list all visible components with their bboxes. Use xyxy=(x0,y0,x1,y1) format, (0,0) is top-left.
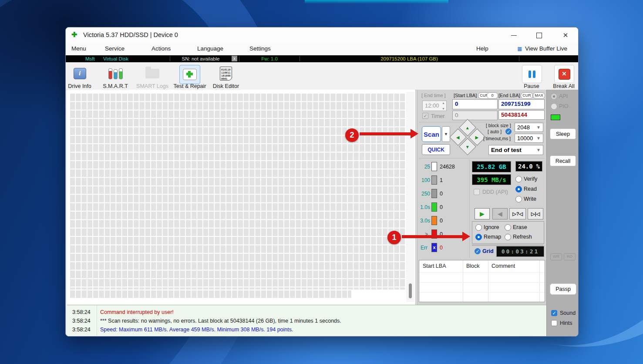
table-column-divider xyxy=(488,260,488,302)
end-of-test-select[interactable]: End of test▼ xyxy=(488,145,543,155)
counter-err-swatch: x xyxy=(431,243,437,252)
erase-label: Erase xyxy=(513,224,527,230)
disk-editor-button[interactable]: 010110 110011 101000 0001 xyxy=(216,65,236,82)
passp-button[interactable]: Passp xyxy=(550,283,576,295)
defect-table[interactable]: Start LBA Block Comment xyxy=(419,260,545,302)
counter-3s-count: 0 xyxy=(440,218,443,224)
step-back-button[interactable]: ◀ xyxy=(492,208,508,219)
table-header-block[interactable]: Block xyxy=(466,263,480,269)
annotation-arrow-1 xyxy=(402,235,462,238)
start-lba-input[interactable]: 0 xyxy=(452,99,498,109)
auto-checkbox[interactable]: ✓ xyxy=(505,128,512,135)
first-aid-icon xyxy=(183,69,197,80)
log-row: 3:58:24 Speed: Maximum 611 MB/s. Average… xyxy=(67,325,546,334)
timer-checkbox[interactable]: ✓ xyxy=(422,113,428,119)
menu-item-help[interactable]: Help xyxy=(476,45,488,52)
devbar-close-button[interactable]: x xyxy=(232,56,237,61)
panel-separator xyxy=(419,122,545,122)
verify-label: Verify xyxy=(524,176,537,182)
pause-icon xyxy=(529,71,535,78)
scrollbar-thumb[interactable] xyxy=(409,283,412,298)
pause-button[interactable] xyxy=(522,65,542,83)
refresh-radio[interactable] xyxy=(505,234,511,240)
hints-checkbox[interactable] xyxy=(551,320,557,326)
end-lba-input[interactable]: 209715199 xyxy=(498,99,545,109)
annotation-arrow-2 xyxy=(360,132,411,135)
write-radio[interactable] xyxy=(515,196,522,202)
read-radio[interactable] xyxy=(515,186,522,192)
timeout-select[interactable]: 10000▼ xyxy=(515,134,543,143)
menu-item-settings[interactable]: Settings xyxy=(249,45,271,52)
start-lba-zero-button[interactable]: 0 xyxy=(487,92,498,99)
play-button[interactable]: ▶ xyxy=(475,208,490,219)
block-map-scrollbar[interactable] xyxy=(406,92,414,302)
io-sidebar: API PIO Sleep Recall WR RD Passp ✓ Sound… xyxy=(546,90,579,336)
recall-button[interactable]: Recall xyxy=(550,155,576,166)
end-lba-cur-button[interactable]: CUR xyxy=(521,92,533,99)
sleep-button[interactable]: Sleep xyxy=(550,128,576,139)
device-model[interactable]: Virtual Disk xyxy=(103,55,128,62)
table-row xyxy=(419,292,545,293)
maximize-button[interactable] xyxy=(532,30,545,40)
progress-gb-display: 25.82 GB xyxy=(472,161,511,172)
end-time-spinner[interactable]: 12:00 ▲ ▼ xyxy=(422,101,447,111)
test-repair-label: Test & Repair xyxy=(173,83,206,89)
wallpaper-cyan-sliver xyxy=(305,0,448,4)
minimize-button[interactable] xyxy=(507,30,520,40)
timer-input: 0 xyxy=(452,111,498,120)
counter-25-swatch xyxy=(431,162,437,171)
pause-label: Pause xyxy=(524,83,539,89)
verify-radio[interactable] xyxy=(515,176,522,182)
last-block-input[interactable]: 50438144 xyxy=(498,110,545,120)
table-header-comment[interactable]: Comment xyxy=(492,263,515,269)
menu-item-actions[interactable]: Actions xyxy=(151,45,171,52)
log-time: 3:58:24 xyxy=(72,325,91,334)
hints-label: Hints xyxy=(560,320,572,326)
counter-3s-label: 3.0s xyxy=(420,218,430,224)
window-title: Victoria 5.37 HDD/SSD | Device 0 xyxy=(83,31,178,38)
auto-label: [ auto ] xyxy=(488,129,502,134)
smart-button[interactable] xyxy=(106,65,125,82)
grid-label: Grid xyxy=(482,248,494,254)
seek-question-button[interactable]: ▷?◁ xyxy=(509,208,526,219)
drive-info-button[interactable]: i xyxy=(70,65,89,82)
break-all-button[interactable]: ✕ xyxy=(554,65,574,83)
table-header-start-lba[interactable]: Start LBA xyxy=(423,263,446,269)
table-row xyxy=(419,272,545,273)
counter-25-count: 24628 xyxy=(440,164,455,170)
seek-end-button[interactable]: ▷|◁ xyxy=(528,208,543,219)
test-repair-button[interactable] xyxy=(179,65,200,84)
remap-radio[interactable] xyxy=(475,234,482,240)
menu-item-language[interactable]: Language xyxy=(197,45,223,52)
chevron-down-icon: ▼ xyxy=(536,125,541,130)
spinner-down-icon[interactable]: ▼ xyxy=(442,107,445,110)
log-message: *** Scan results: no warnings, no errors… xyxy=(100,317,341,325)
quick-button[interactable]: QUICK xyxy=(422,144,450,155)
drive-info-label: Drive Info xyxy=(68,83,91,89)
folder-icon xyxy=(145,69,159,78)
scan-button[interactable]: Scan xyxy=(422,126,441,142)
ignore-radio[interactable] xyxy=(475,224,482,231)
log-panel[interactable]: 3:58:24 Command interrupted by user! 3:5… xyxy=(67,305,546,336)
end-lba-max-button[interactable]: MAX xyxy=(533,92,545,99)
titlebar[interactable]: ✚ Victoria 5.37 HDD/SSD | Device 0 ✕ xyxy=(66,27,578,43)
menu-item-view-buffer-live[interactable]: View Buffer Live xyxy=(525,45,567,52)
erase-radio[interactable] xyxy=(505,224,511,231)
api-radio xyxy=(551,93,557,100)
scan-dropdown-button[interactable]: ▼ xyxy=(442,126,450,142)
device-capacity: 209715200 LBA (107 GB) xyxy=(300,55,518,62)
device-info-bar: Msft Virtual Disk SN: not available x Fw… xyxy=(66,55,578,62)
menu-item-service[interactable]: Service xyxy=(105,45,125,52)
close-button[interactable]: ✕ xyxy=(559,30,572,40)
menu-item-menu[interactable]: Menu xyxy=(71,45,86,52)
block-map-scanned-partial xyxy=(69,290,351,298)
counter-100-label: 100 xyxy=(421,177,430,183)
spinner-up-icon[interactable]: ▲ xyxy=(442,101,445,104)
block-map[interactable] xyxy=(67,90,416,305)
annotation-step-1: 1 xyxy=(387,231,401,244)
grid-checkbox[interactable]: ✓ xyxy=(475,248,481,254)
activity-led xyxy=(551,115,560,120)
rd-button: RD xyxy=(564,253,576,260)
sound-checkbox[interactable]: ✓ xyxy=(551,310,557,316)
block-size-select[interactable]: 2048▼ xyxy=(515,123,543,132)
